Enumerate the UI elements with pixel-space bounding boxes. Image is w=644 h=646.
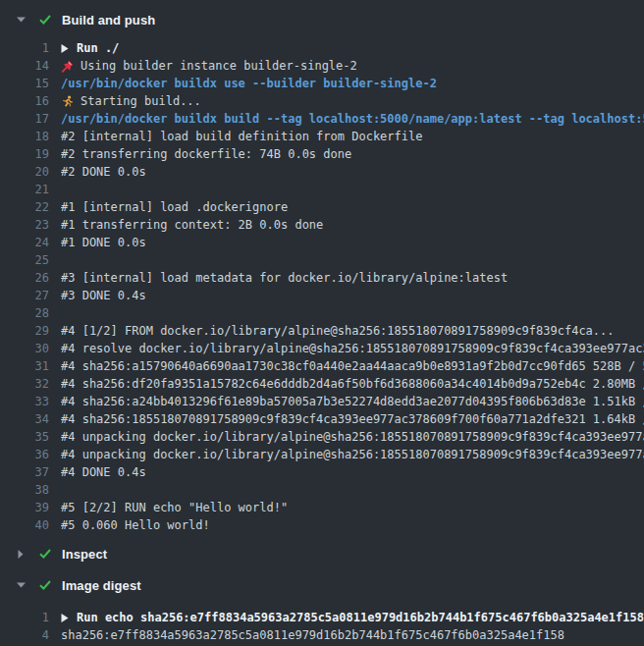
section-title: Image digest	[62, 578, 141, 593]
log-line: 18#2 [internal] load build definition fr…	[0, 128, 644, 145]
line-text-content: #4 [1/2] FROM docker.io/library/alpine@s…	[61, 322, 615, 340]
line-number[interactable]: 37	[0, 463, 49, 481]
log-line: 16Starting build...	[0, 92, 644, 110]
line-text: #4 [1/2] FROM docker.io/library/alpine@s…	[61, 322, 644, 340]
line-text: /usr/bin/docker buildx build --tag local…	[61, 110, 644, 128]
line-number[interactable]: 34	[0, 410, 49, 428]
line-number[interactable]: 19	[0, 145, 49, 163]
line-number[interactable]: 24	[0, 234, 49, 251]
run-expand-icon[interactable]	[61, 614, 69, 622]
line-text: #3 DONE 0.4s	[61, 287, 644, 304]
log-line: 28	[0, 304, 644, 322]
log-line: 23#1 transferring context: 2B 0.0s done	[0, 216, 644, 234]
line-text-content: #2 DONE 0.0s	[61, 163, 146, 181]
line-text: sha256:e7ff8834a5963a2785c5a0811e979d16b…	[61, 626, 644, 644]
line-text: #4 sha256:a15790640a6690aa1730c38cf0a440…	[61, 357, 644, 375]
line-text-content: /usr/bin/docker buildx build --tag local…	[61, 110, 644, 128]
line-number[interactable]: 21	[0, 181, 49, 198]
line-text-content: #3 [internal] load metadata for docker.i…	[61, 269, 508, 287]
line-text-content: #4 sha256:a24bb4013296f61e89ba57005a7b3e…	[61, 393, 644, 410]
section-log-lines: 1Run echo sha256:e7ff8834a5963a2785c5a08…	[0, 609, 644, 644]
line-text	[61, 181, 644, 198]
line-number[interactable]: 23	[0, 216, 49, 234]
section-header-image-digest[interactable]: Image digest	[0, 573, 644, 597]
line-number[interactable]: 17	[0, 110, 49, 128]
line-text-content: #4 DONE 0.4s	[61, 463, 146, 481]
line-text: #4 sha256:185518070891758909c9f839cf4ca3…	[61, 410, 644, 428]
line-text: #1 DONE 0.0s	[61, 234, 644, 251]
chevron-down-icon[interactable]	[16, 17, 26, 23]
log-line: 35#4 unpacking docker.io/library/alpine@…	[0, 428, 644, 446]
line-text-content: #5 0.060 Hello world!	[61, 516, 210, 534]
line-text-content: #2 transferring dockerfile: 74B 0.0s don…	[61, 145, 351, 163]
line-text	[61, 481, 644, 499]
log-line: 33#4 sha256:a24bb4013296f61e89ba57005a7b…	[0, 393, 644, 410]
log-line: 4sha256:e7ff8834a5963a2785c5a0811e979d16…	[0, 626, 644, 644]
line-number[interactable]: 39	[0, 499, 49, 516]
line-number[interactable]: 28	[0, 304, 49, 322]
line-number[interactable]: 35	[0, 428, 49, 446]
log-line: 19#2 transferring dockerfile: 74B 0.0s d…	[0, 145, 644, 163]
check-icon	[39, 549, 51, 559]
line-number[interactable]: 40	[0, 516, 49, 534]
line-text: #4 sha256:a24bb4013296f61e89ba57005a7b3e…	[61, 393, 644, 410]
line-number[interactable]: 16	[0, 92, 49, 110]
line-number[interactable]: 22	[0, 198, 49, 216]
chevron-right-icon[interactable]	[16, 550, 26, 559]
line-text: #4 unpacking docker.io/library/alpine@sh…	[61, 446, 644, 463]
log-line: 36#4 unpacking docker.io/library/alpine@…	[0, 446, 644, 463]
log-line: 27#3 DONE 0.4s	[0, 287, 644, 304]
log-line: 24#1 DONE 0.0s	[0, 234, 644, 251]
log-line: 39#5 [2/2] RUN echo "Hello world!"	[0, 499, 644, 516]
line-text: #4 DONE 0.4s	[61, 463, 644, 481]
log-line: 1Run ./	[0, 39, 644, 57]
line-text-content: #4 unpacking docker.io/library/alpine@sh…	[61, 446, 644, 463]
line-number[interactable]: 27	[0, 287, 49, 304]
log-line: 26#3 [internal] load metadata for docker…	[0, 269, 644, 287]
chevron-down-icon[interactable]	[16, 582, 26, 588]
log-line: 29#4 [1/2] FROM docker.io/library/alpine…	[0, 322, 644, 340]
line-number[interactable]: 4	[0, 626, 49, 644]
log-line: 31#4 sha256:a15790640a6690aa1730c38cf0a4…	[0, 357, 644, 375]
log-line: 1Run echo sha256:e7ff8834a5963a2785c5a08…	[0, 609, 644, 626]
line-number[interactable]: 18	[0, 128, 49, 145]
line-number[interactable]: 15	[0, 75, 49, 92]
line-text: #1 transferring context: 2B 0.0s done	[61, 216, 644, 234]
log-line: 30#4 resolve docker.io/library/alpine@sh…	[0, 340, 644, 357]
line-number[interactable]: 26	[0, 269, 49, 287]
line-text: Starting build...	[61, 92, 644, 110]
line-text-content: #3 DONE 0.4s	[61, 287, 146, 304]
line-text-content: Starting build...	[80, 92, 201, 110]
line-number[interactable]: 1	[0, 609, 49, 626]
line-text: #2 [internal] load build definition from…	[61, 128, 644, 145]
line-number[interactable]: 1	[0, 39, 49, 57]
line-number[interactable]: 38	[0, 481, 49, 499]
line-text-content: #2 [internal] load build definition from…	[61, 128, 422, 145]
line-number[interactable]: 29	[0, 322, 49, 340]
section-title: Inspect	[62, 547, 107, 562]
line-number[interactable]: 20	[0, 163, 49, 181]
line-text-content: #4 sha256:185518070891758909c9f839cf4ca3…	[61, 410, 644, 428]
log-line: 17/usr/bin/docker buildx build --tag loc…	[0, 110, 644, 128]
log-line: 20#2 DONE 0.0s	[0, 163, 644, 181]
section-header-inspect[interactable]: Inspect	[0, 542, 644, 565]
line-text: #4 unpacking docker.io/library/alpine@sh…	[61, 428, 644, 446]
line-number[interactable]: 33	[0, 393, 49, 410]
log-section-inspect: Inspect	[0, 542, 644, 565]
line-number[interactable]: 25	[0, 251, 49, 269]
line-number[interactable]: 31	[0, 357, 49, 375]
line-text: Run echo sha256:e7ff8834a5963a2785c5a081…	[61, 609, 644, 626]
line-number[interactable]: 30	[0, 340, 49, 357]
line-text-content: Run echo sha256:e7ff8834a5963a2785c5a081…	[77, 609, 644, 626]
line-text-content: /usr/bin/docker buildx use --builder bui…	[61, 75, 437, 92]
line-number[interactable]: 36	[0, 446, 49, 463]
line-text-content: #5 [2/2] RUN echo "Hello world!"	[61, 499, 288, 516]
section-header-build-and-push[interactable]: Build and push	[0, 8, 644, 31]
line-number[interactable]: 32	[0, 375, 49, 393]
line-text: #1 [internal] load .dockerignore	[61, 198, 644, 216]
section-title: Build and push	[62, 13, 155, 27]
line-text: #4 resolve docker.io/library/alpine@sha2…	[61, 340, 644, 357]
run-expand-icon[interactable]	[61, 44, 69, 53]
line-number[interactable]: 14	[0, 57, 49, 75]
line-text-content: #4 sha256:df20fa9351a15782c64e6dddb2d4a6…	[61, 375, 644, 393]
